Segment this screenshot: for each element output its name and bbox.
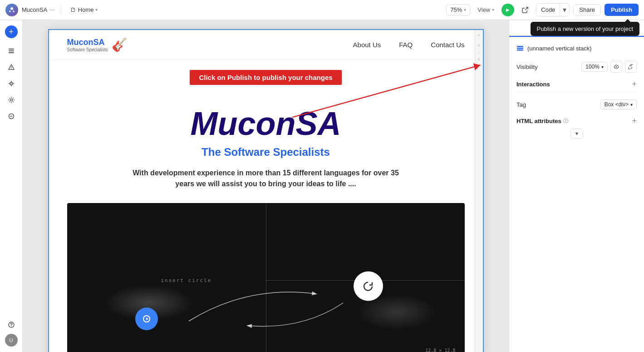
svg-rect-4 bbox=[9, 50, 14, 51]
panel-body: (unnamed vertical stack) Visibility 100%… bbox=[509, 37, 644, 352]
publish-tooltip: Publish a new version of your project bbox=[531, 22, 639, 36]
preview-play-button[interactable]: ▶ bbox=[501, 4, 514, 16]
sidebar-close-icon[interactable] bbox=[4, 109, 19, 124]
page-name-label: Home bbox=[78, 6, 94, 13]
code-chevron-icon[interactable]: ▾ bbox=[560, 4, 569, 16]
stack-icon bbox=[516, 45, 524, 52]
project-menu-dots[interactable]: ··· bbox=[49, 6, 55, 14]
zoom-level-label: 75% bbox=[450, 6, 462, 13]
logo-text-area: MuconSA Software Specialists bbox=[67, 38, 108, 52]
video-insert-label: insert circle bbox=[161, 278, 211, 283]
tag-label: Tag bbox=[516, 101, 526, 108]
sidebar-layers-icon[interactable] bbox=[4, 44, 19, 58]
sidebar-components-icon[interactable] bbox=[4, 76, 19, 91]
stack-label: (unnamed vertical stack) bbox=[527, 45, 592, 52]
guitar-decoration: 🎸 bbox=[112, 37, 128, 52]
site-hero: MuconSA The Software Specialists With de… bbox=[49, 91, 483, 198]
svg-rect-22 bbox=[517, 48, 523, 49]
svg-point-2 bbox=[13, 10, 15, 12]
site-header: MuconSA Software Specialists 🎸 About Us … bbox=[49, 30, 483, 60]
help-icon[interactable] bbox=[4, 317, 19, 332]
website-canvas[interactable]: 45/6 MuconSA Software Specialists 🎸 Abou… bbox=[48, 29, 484, 352]
site-nav: About Us FAQ Contact Us bbox=[353, 41, 465, 49]
sidebar-settings-icon[interactable] bbox=[4, 93, 19, 107]
video-inner: insert circle bbox=[67, 203, 465, 352]
publish-tooltip-text: Publish a new version of your project bbox=[537, 25, 633, 32]
view-button[interactable]: View ▾ bbox=[474, 5, 498, 15]
html-label-text: HTML attributes bbox=[516, 118, 561, 124]
stack-element-row: (unnamed vertical stack) bbox=[516, 45, 637, 52]
svg-point-24 bbox=[616, 66, 617, 68]
visibility-controls: 100% ▾ bbox=[581, 61, 637, 73]
hero-description: With development experience in more than… bbox=[130, 168, 402, 189]
visibility-label: Visibility bbox=[516, 64, 538, 70]
right-panel: Settings (unnamed vertical stack) Visibi… bbox=[509, 20, 644, 352]
stack-info: (unnamed vertical stack) bbox=[516, 45, 592, 52]
hero-title: MuconSA bbox=[191, 105, 341, 142]
blue-circle[interactable] bbox=[135, 307, 158, 330]
publish-banner-text: Click on Publish to publish your changes bbox=[199, 74, 332, 81]
app-logo bbox=[5, 4, 18, 16]
size-label: 12.8 × 12.8 bbox=[425, 348, 455, 352]
svg-rect-5 bbox=[9, 52, 14, 53]
svg-point-18 bbox=[11, 326, 11, 327]
nav-faq[interactable]: FAQ bbox=[399, 41, 413, 49]
tag-dropdown[interactable]: Box <div> ▾ bbox=[600, 99, 637, 109]
html-expand-row: ▾ bbox=[516, 129, 637, 139]
add-element-button[interactable]: + bbox=[5, 25, 18, 38]
publish-button[interactable]: Publish bbox=[605, 4, 639, 16]
publish-banner: Click on Publish to publish your changes bbox=[190, 70, 341, 85]
code-group: Code ▾ bbox=[536, 3, 570, 16]
interactions-section-header: Interactions + bbox=[516, 80, 637, 92]
topbar: MuconSA ··· 🗋 Home ▾ 75% ▾ View ▾ ▶ Code… bbox=[0, 0, 644, 20]
visibility-expand-button[interactable] bbox=[625, 61, 637, 73]
share-button[interactable]: Share bbox=[573, 4, 601, 15]
svg-rect-21 bbox=[517, 46, 523, 47]
visibility-value: 100% bbox=[585, 64, 600, 70]
svg-rect-3 bbox=[9, 49, 14, 50]
zoom-control[interactable]: 75% ▾ bbox=[446, 4, 470, 15]
view-chevron-icon: ▾ bbox=[492, 7, 494, 12]
visibility-dropdown[interactable]: 100% ▾ bbox=[581, 62, 608, 72]
site-logo-name: MuconSA bbox=[67, 38, 108, 47]
canvas-ruler: 45/6 bbox=[475, 30, 483, 352]
project-name[interactable]: MuconSA ··· bbox=[22, 6, 55, 14]
sidebar-bottom: U bbox=[4, 317, 19, 347]
page-icon: 🗋 bbox=[70, 6, 76, 13]
white-circle[interactable] bbox=[354, 272, 383, 301]
visibility-eye-button[interactable] bbox=[610, 61, 622, 73]
avatar-text: U bbox=[10, 337, 13, 343]
play-icon: ▶ bbox=[506, 7, 510, 12]
zoom-chevron-icon: ▾ bbox=[464, 7, 466, 12]
view-label: View bbox=[477, 6, 490, 13]
plus-icon: + bbox=[9, 27, 14, 37]
sidebar-warning-icon[interactable] bbox=[4, 60, 19, 74]
project-name-label: MuconSA bbox=[22, 6, 47, 13]
svg-rect-23 bbox=[517, 50, 523, 51]
interactions-title: Interactions bbox=[516, 81, 550, 88]
canvas-area[interactable]: 45/6 MuconSA Software Specialists 🎸 Abou… bbox=[23, 20, 509, 352]
svg-point-14 bbox=[10, 99, 12, 101]
publish-banner-wrapper: Click on Publish to publish your changes bbox=[49, 65, 483, 89]
html-expand-button[interactable]: ▾ bbox=[570, 129, 583, 139]
svg-point-7 bbox=[11, 68, 11, 69]
site-logo-sub: Software Specialists bbox=[67, 47, 108, 52]
html-add-button[interactable]: + bbox=[632, 117, 637, 125]
nav-about-us[interactable]: About Us bbox=[353, 41, 381, 49]
tag-value: Box <div> bbox=[605, 101, 629, 108]
visibility-chevron-icon: ▾ bbox=[601, 64, 604, 69]
tag-chevron-icon: ▾ bbox=[630, 102, 633, 107]
page-selector[interactable]: 🗋 Home ▾ bbox=[67, 5, 102, 15]
nav-contact-us[interactable]: Contact Us bbox=[431, 41, 464, 49]
code-label[interactable]: Code bbox=[536, 5, 560, 15]
html-label: HTML attributes ⓘ bbox=[516, 118, 568, 124]
svg-point-9 bbox=[11, 83, 12, 84]
left-sidebar: + U bbox=[0, 20, 23, 352]
user-avatar[interactable]: U bbox=[5, 334, 18, 347]
expand-icon: ▾ bbox=[575, 130, 578, 137]
share-icon-button[interactable] bbox=[518, 5, 532, 15]
video-area[interactable]: insert circle bbox=[67, 203, 465, 352]
hero-subtitle: The Software Specialists bbox=[202, 146, 330, 159]
site-logo: MuconSA Software Specialists 🎸 bbox=[67, 37, 128, 52]
interactions-add-button[interactable]: + bbox=[632, 80, 637, 88]
